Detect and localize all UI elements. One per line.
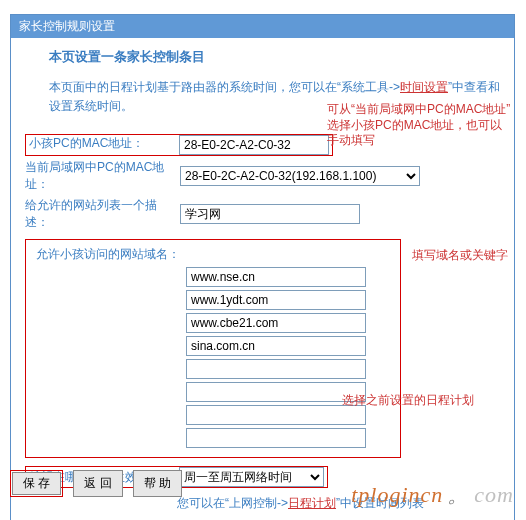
panel-title: 家长控制规则设置 xyxy=(11,15,514,38)
site-inner: 允许小孩访问的网站域名： xyxy=(25,239,401,458)
help-button[interactable]: 帮 助 xyxy=(133,470,182,497)
child-mac-label: 小孩PC的MAC地址： xyxy=(29,135,179,155)
site-input-2[interactable] xyxy=(186,313,366,333)
back-button[interactable]: 返 回 xyxy=(73,470,122,497)
site-input-3[interactable] xyxy=(186,336,366,356)
annotation-domain-hint: 填写域名或关键字 xyxy=(412,248,512,264)
page-subtitle: 本页设置一条家长控制条目 xyxy=(49,48,500,66)
site-input-6[interactable] xyxy=(186,405,366,425)
current-mac-label: 当前局域网中PC的MAC地址： xyxy=(25,159,180,193)
watermark: tplogincn。com xyxy=(351,480,514,510)
site-input-0[interactable] xyxy=(186,267,366,287)
annotation-mac-hint: 可从“当前局域网中PC的MAC地址”选择小孩PC的MAC地址，也可以手动填写 xyxy=(327,102,512,149)
current-mac-row: 当前局域网中PC的MAC地址： 28-E0-2C-A2-C0-32(192.16… xyxy=(25,159,500,193)
watermark-t2: com xyxy=(474,482,514,507)
schedule-plan-link[interactable]: 日程计划 xyxy=(288,496,336,510)
site-inputs xyxy=(186,267,390,448)
site-input-1[interactable] xyxy=(186,290,366,310)
settings-panel: 家长控制规则设置 本页设置一条家长控制条目 本页面中的日程计划基于路由器的系统时… xyxy=(10,14,515,520)
site-input-4[interactable] xyxy=(186,359,366,379)
site-input-5[interactable] xyxy=(186,382,366,402)
schedule-select[interactable]: 周一至周五网络时间 xyxy=(179,467,324,487)
site-input-7[interactable] xyxy=(186,428,366,448)
schedule-note-before: 您可以在“上网控制-> xyxy=(177,496,288,510)
watermark-dot: 。 xyxy=(443,482,474,507)
time-settings-link[interactable]: 时间设置 xyxy=(400,80,448,94)
save-button[interactable]: 保 存 xyxy=(12,472,61,495)
child-mac-input[interactable] xyxy=(179,135,329,155)
child-mac-box: 小孩PC的MAC地址： xyxy=(25,134,333,156)
button-bar: 保 存 返 回 帮 助 xyxy=(10,470,182,497)
site-label: 允许小孩访问的网站域名： xyxy=(36,246,180,263)
save-button-highlight: 保 存 xyxy=(10,470,63,497)
annotation-schedule-hint: 选择之前设置的日程计划 xyxy=(342,393,512,409)
desc-row: 给允许的网站列表一个描述： xyxy=(25,197,500,231)
desc-input[interactable] xyxy=(180,204,360,224)
current-mac-select[interactable]: 28-E0-2C-A2-C0-32(192.168.1.100) xyxy=(180,166,420,186)
desc-label: 给允许的网站列表一个描述： xyxy=(25,197,180,231)
watermark-t1: tplogincn xyxy=(351,482,443,507)
intro-before: 本页面中的日程计划基于路由器的系统时间，您可以在“系统工具-> xyxy=(49,80,400,94)
site-box: 允许小孩访问的网站域名： xyxy=(25,239,500,458)
